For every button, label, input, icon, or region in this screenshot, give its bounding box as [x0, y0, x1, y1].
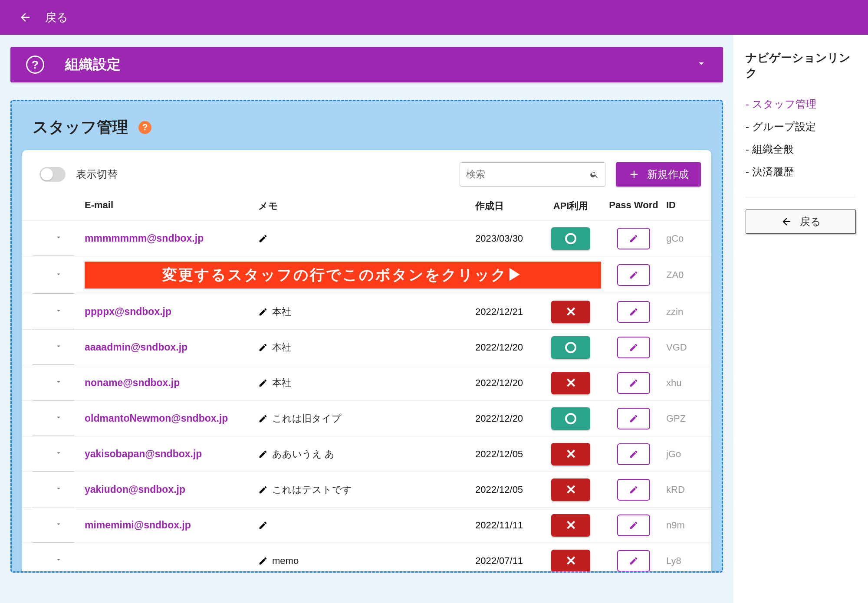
display-toggle[interactable] — [39, 167, 66, 182]
api-enabled-chip[interactable] — [551, 336, 590, 359]
expand-row-icon[interactable] — [33, 520, 85, 530]
panel: スタッフ管理 ? 表示切替 新規作成 — [10, 100, 723, 573]
edit-password-button[interactable] — [617, 337, 650, 358]
sidebar: ナビゲーションリンク - スタッフ管理- グループ設定- 組織全般- 決済履歴 … — [733, 35, 868, 603]
sidebar-back-button[interactable]: 戻る — [746, 210, 856, 234]
password-cell — [601, 228, 666, 249]
sidebar-nav-link[interactable]: - 決済履歴 — [746, 161, 856, 183]
expand-row-icon[interactable] — [33, 413, 85, 423]
appbar-back-label[interactable]: 戻る — [45, 10, 68, 25]
password-cell — [601, 337, 666, 358]
expand-row-icon[interactable] — [33, 556, 85, 566]
create-button[interactable]: 新規作成 — [616, 162, 701, 187]
api-cell: ✕ — [540, 514, 601, 537]
search-icon[interactable] — [590, 168, 599, 180]
expand-row-icon[interactable] — [33, 378, 85, 388]
expand-row-icon[interactable] — [33, 485, 85, 495]
sidebar-nav-link[interactable]: - 組織全般 — [746, 138, 856, 161]
api-cell — [540, 227, 601, 250]
api-enabled-chip[interactable] — [551, 407, 590, 430]
back-arrow-icon — [781, 216, 792, 227]
memo-cell[interactable]: memo — [258, 555, 475, 567]
table-header: E-mail メモ 作成日 API利用 Pass Word ID — [22, 197, 711, 220]
sidebar-nav-link[interactable]: - グループ設定 — [746, 115, 856, 138]
api-cell — [540, 407, 601, 430]
id-cell: VGD — [666, 342, 701, 353]
memo-cell[interactable] — [258, 521, 475, 530]
id-cell: Ly8 — [666, 555, 701, 567]
password-cell — [601, 301, 666, 323]
password-cell — [601, 550, 666, 572]
main-area: ? 組織設定 スタッフ管理 ? 表示切替 — [0, 35, 733, 603]
email-cell[interactable]: aaaadmin@sndbox.jp — [85, 341, 258, 353]
date-cell: 2022/11/11 — [475, 520, 540, 531]
edit-password-button[interactable] — [617, 228, 650, 249]
id-cell: kRD — [666, 484, 701, 495]
panel-title: スタッフ管理 — [33, 117, 128, 138]
memo-cell[interactable] — [258, 234, 475, 243]
email-cell[interactable]: noname@sndbox.jp — [85, 377, 258, 389]
email-cell[interactable]: mmmmmmm@sndbox.jp — [85, 233, 258, 244]
table-row: noname@sndbox.jp本社2022/12/20✕xhu — [22, 365, 711, 400]
help-icon[interactable]: ? — [26, 56, 44, 74]
table-row: oldmantoNewmon@sndbox.jpこれは旧タイプ2022/12/2… — [22, 400, 711, 436]
edit-password-button[interactable] — [617, 372, 650, 394]
expand-row-icon[interactable] — [33, 307, 85, 317]
back-arrow-icon[interactable] — [17, 10, 33, 25]
expand-row-icon[interactable] — [33, 233, 85, 243]
edit-password-button[interactable] — [617, 479, 650, 501]
expand-row-icon[interactable] — [33, 270, 85, 280]
edit-password-button[interactable] — [617, 550, 650, 572]
memo-cell[interactable]: ああいうえ あ — [258, 448, 475, 461]
api-disabled-chip[interactable]: ✕ — [551, 478, 590, 501]
id-cell: gCo — [666, 233, 701, 244]
email-cell[interactable]: oldmantoNewmon@sndbox.jp — [85, 413, 258, 424]
api-cell — [540, 336, 601, 359]
sidebar-heading: ナビゲーションリンク — [746, 50, 856, 81]
api-cell: ✕ — [540, 301, 601, 323]
email-cell[interactable]: yakisobapan@sndbox.jp — [85, 448, 258, 460]
id-cell: ZA0 — [666, 269, 701, 281]
col-password: Pass Word — [601, 200, 666, 213]
api-disabled-chip[interactable]: ✕ — [551, 443, 590, 465]
api-cell: ✕ — [540, 550, 601, 572]
edit-password-button[interactable] — [617, 264, 650, 286]
expand-row-icon[interactable] — [33, 342, 85, 352]
email-cell[interactable]: mimemimi@sndbox.jp — [85, 519, 258, 531]
memo-cell[interactable]: 本社 — [258, 341, 475, 354]
section-header[interactable]: ? 組織設定 — [10, 47, 723, 82]
api-disabled-chip[interactable]: ✕ — [551, 550, 590, 572]
expand-row-icon[interactable] — [33, 449, 85, 459]
edit-password-button[interactable] — [617, 515, 650, 536]
edit-password-button[interactable] — [617, 301, 650, 323]
memo-cell[interactable]: これは旧タイプ — [258, 412, 475, 425]
search-input[interactable] — [466, 169, 585, 180]
api-cell: ✕ — [540, 372, 601, 394]
edit-password-button[interactable] — [617, 443, 650, 465]
id-cell: xhu — [666, 377, 701, 389]
id-cell: jGo — [666, 449, 701, 460]
search-box[interactable] — [460, 162, 605, 187]
table-row: mmmmmmm@sndbox.jp2023/03/30gCo — [22, 220, 711, 256]
date-cell: 2022/12/21 — [475, 306, 540, 318]
email-cell[interactable]: ppppx@sndbox.jp — [85, 306, 258, 318]
memo-cell[interactable]: 本社 — [258, 377, 475, 390]
edit-password-button[interactable] — [617, 408, 650, 429]
api-disabled-chip[interactable]: ✕ — [551, 301, 590, 323]
password-cell — [601, 515, 666, 536]
table-row: 変更するスタッフの行でこのボタンをクリック▶ZA0 — [22, 256, 711, 294]
email-cell[interactable]: yakiudon@sndbox.jp — [85, 484, 258, 495]
api-disabled-chip[interactable]: ✕ — [551, 514, 590, 537]
api-disabled-chip[interactable]: ✕ — [551, 372, 590, 394]
chevron-down-icon[interactable] — [695, 57, 707, 72]
date-cell: 2022/12/20 — [475, 377, 540, 389]
sidebar-nav-link[interactable]: - スタッフ管理 — [746, 93, 856, 115]
memo-cell[interactable]: これはテストです — [258, 483, 475, 496]
memo-cell[interactable]: 本社 — [258, 305, 475, 318]
id-cell: GPZ — [666, 413, 701, 424]
help-icon[interactable]: ? — [138, 121, 151, 134]
api-enabled-chip[interactable] — [551, 227, 590, 250]
plus-icon — [628, 168, 640, 180]
table-row: memo2022/07/11✕Ly8 — [22, 543, 711, 573]
api-cell: ✕ — [540, 478, 601, 501]
